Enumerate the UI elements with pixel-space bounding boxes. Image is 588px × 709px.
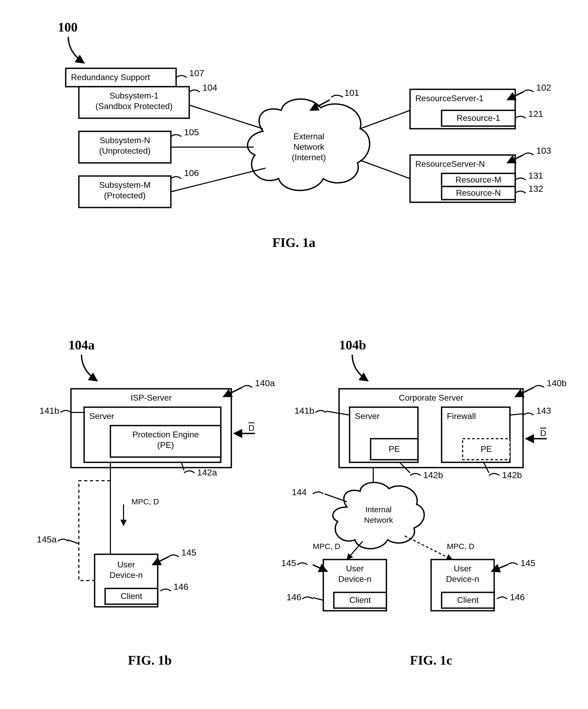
cloud-external-network: External Network (Internet) — [248, 99, 370, 190]
subsystem-1-line2: (Sandbox Protected) — [96, 101, 173, 111]
link-cloud-rs1 — [360, 110, 410, 129]
leader-142b-right — [489, 474, 500, 476]
ref-142b-left: 142b — [423, 470, 443, 480]
leader-131 — [515, 178, 526, 180]
leader-145a — [58, 539, 68, 542]
ref-146-c-left: 146 — [286, 592, 302, 602]
ref-146-c-right: 146 — [510, 592, 525, 602]
fig-1b-caption: FIG. 1b — [128, 653, 172, 667]
leader-145-c-right — [507, 563, 518, 565]
leader-104 — [189, 90, 200, 92]
resource-m-label: Resource-M — [456, 175, 501, 184]
corporate-server-label: Corporate Server — [399, 393, 463, 402]
client-label-c-right: Client — [457, 595, 479, 605]
leader-146-fig1b — [160, 589, 171, 591]
link-cloud-user-right — [405, 536, 452, 559]
ref-140a: 140a — [255, 378, 275, 388]
user-line2-fig1b: Device-n — [110, 570, 143, 580]
resource-server-1-label: ResourceServer-1 — [415, 94, 484, 103]
ref-105: 105 — [184, 127, 199, 137]
mpc-d-left: MPC, D — [313, 542, 340, 551]
internal-line1: Internal — [365, 505, 392, 514]
subsystem-1-line1: Subsystem-1 — [110, 91, 159, 100]
ref-142b-right: 142b — [502, 470, 522, 480]
subsystem-m-line1: Subsystem-M — [99, 180, 151, 190]
client-label-fig1b: Client — [121, 591, 142, 601]
ref-145-fig1b: 145 — [181, 547, 196, 557]
leader-line-145a — [68, 540, 79, 544]
redundancy-label: Redundancy Support — [71, 73, 150, 82]
leader-103 — [523, 153, 534, 155]
ref-100-arrow — [68, 37, 84, 63]
leader-142a — [184, 471, 195, 473]
ref-104b-arrow — [352, 354, 368, 381]
isp-server-label: ISP-Server — [131, 393, 172, 402]
ref-140b: 140b — [547, 378, 567, 388]
link-cloud-user-left — [347, 541, 363, 559]
fig-1a-caption: FIG. 1a — [272, 235, 315, 250]
client-label-c-left: Client — [349, 595, 371, 605]
cloud-line2: Network — [293, 142, 324, 152]
ref-104a-arrow — [81, 354, 97, 381]
corp-inner-server-label: Server — [355, 411, 380, 421]
mpc-d-label-fig1b: MPC, D — [131, 497, 159, 506]
user-line1-c-left: User — [346, 564, 364, 573]
subsystem-n-line2: (Unprotected) — [99, 146, 151, 156]
ref-143: 143 — [536, 405, 551, 416]
leader-105 — [171, 135, 181, 137]
leader-144 — [313, 492, 323, 494]
leader-132 — [515, 191, 526, 193]
ref-121: 121 — [528, 109, 543, 119]
ref-102: 102 — [536, 82, 551, 93]
resource-1-label: Resource-1 — [457, 113, 500, 123]
ref-101: 101 — [344, 88, 359, 98]
firewall-label: Firewall — [447, 411, 476, 421]
cloud-line3: (Internet) — [292, 153, 326, 162]
fig-1b: 104a ISP-Server 140a Server 141b Protect… — [37, 338, 275, 667]
user-line2-c-right: Device-n — [446, 574, 479, 584]
resource-server-n-label: ResourceServer-N — [415, 159, 485, 169]
isp-inner-server-label: Server — [90, 411, 114, 421]
ref-100: 100 — [58, 20, 78, 34]
pe-line1: Protection Engine — [132, 430, 199, 439]
mpc-d-right: MPC, D — [447, 542, 475, 551]
link-sub1-cloud — [189, 105, 263, 129]
pe-line2: (PE) — [157, 440, 174, 450]
firewall-pe-label: PE — [481, 444, 492, 454]
ref-104a: 104a — [68, 338, 95, 352]
cloud-line1: External — [293, 132, 324, 141]
ref-131: 131 — [528, 170, 543, 181]
subsystem-m-line2: (Protected) — [104, 191, 146, 200]
leader-146-c-left — [302, 597, 313, 599]
ref-142a: 142a — [197, 467, 217, 477]
ref-141b-fig1c: 141b — [295, 405, 314, 416]
ref-103: 103 — [536, 146, 551, 156]
leader-145-c-left — [297, 563, 308, 565]
resource-n-label: Resource-N — [456, 188, 501, 198]
ref-106: 106 — [184, 168, 199, 178]
corp-server-pe-label: PE — [389, 444, 400, 454]
leader-107 — [176, 76, 187, 78]
ref-145-c-right: 145 — [520, 558, 535, 568]
leader-line-146-c-left — [313, 598, 323, 600]
ref-104b: 104b — [339, 338, 366, 352]
fig-1a: 100 Redundancy Support 107 Subsystem-1 (… — [58, 20, 551, 250]
internal-line2: Network — [364, 516, 393, 524]
ref-144: 144 — [292, 487, 307, 497]
leader-145-fig1b — [168, 555, 179, 557]
ref-107: 107 — [189, 68, 204, 78]
leader-141b-b — [60, 411, 71, 413]
leader-141b-c — [315, 411, 326, 413]
ref-146-fig1b: 146 — [174, 582, 188, 592]
leader-102 — [523, 90, 534, 92]
ref-141b-fig1b: 141b — [40, 405, 59, 416]
user-line2-c-left: Device-n — [338, 574, 372, 584]
fig-1c: 104b Corporate Server 140b 141b Server P… — [281, 338, 567, 667]
leader-140a — [242, 386, 252, 388]
leader-143 — [523, 413, 534, 415]
leader-142b-left — [410, 474, 420, 476]
ref-145a: 145a — [37, 534, 57, 544]
d-label-fig1c: D — [540, 428, 546, 438]
link-cloud-rsn — [360, 160, 410, 179]
diagram-canvas: 100 Redundancy Support 107 Subsystem-1 (… — [0, 0, 588, 709]
